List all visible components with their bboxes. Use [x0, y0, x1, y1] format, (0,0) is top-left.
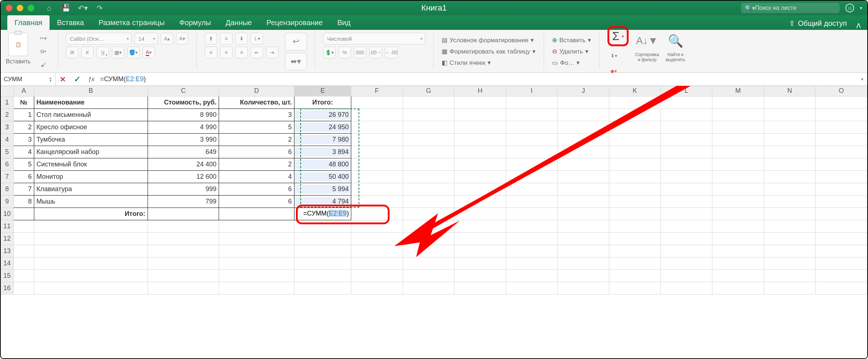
cell-D14[interactable] [219, 257, 294, 269]
cell-B12[interactable] [34, 232, 148, 245]
cell-C3[interactable]: 4 990 [148, 121, 219, 133]
redo-icon[interactable]: ↷ [95, 4, 103, 12]
cell-F13[interactable] [351, 245, 403, 257]
cell-N13[interactable] [764, 245, 816, 257]
name-box-stepper-icon[interactable]: ▲▼ [49, 76, 52, 82]
cell-H3[interactable] [454, 121, 506, 133]
cell-M6[interactable] [712, 158, 764, 170]
cell-K3[interactable] [609, 121, 661, 133]
cell-L7[interactable] [661, 170, 712, 183]
cell-O2[interactable] [816, 109, 867, 121]
cell-O10[interactable] [816, 208, 867, 220]
cell-M15[interactable] [712, 269, 764, 282]
cell-D7[interactable]: 4 [219, 170, 294, 183]
cell-L11[interactable] [661, 220, 712, 232]
cell-I12[interactable] [506, 232, 558, 245]
currency-icon[interactable]: 💲▾ [323, 47, 336, 58]
cell-K11[interactable] [609, 220, 661, 232]
cell-J6[interactable] [558, 158, 609, 170]
cell-N10[interactable] [764, 208, 816, 220]
cell-L6[interactable] [661, 158, 712, 170]
cell-H2[interactable] [454, 109, 506, 121]
cell-K8[interactable] [609, 183, 661, 195]
cell-J14[interactable] [558, 257, 609, 269]
cell-A6[interactable]: 5 [13, 158, 34, 170]
cell-I8[interactable] [506, 183, 558, 195]
cell-O3[interactable] [816, 121, 867, 133]
cell-B9[interactable]: Мышь [34, 195, 148, 208]
cell-A13[interactable] [13, 245, 34, 257]
cell-L15[interactable] [661, 269, 712, 282]
cell-O4[interactable] [816, 133, 867, 146]
cell-D2[interactable]: 3 [219, 109, 294, 121]
cell-N1[interactable] [764, 96, 816, 109]
cell-E11[interactable] [294, 220, 351, 232]
cell-L9[interactable] [661, 195, 712, 208]
cell-C9[interactable]: 799 [148, 195, 219, 208]
align-right-icon[interactable]: ≡ [235, 47, 248, 58]
cell-E13[interactable] [294, 245, 351, 257]
cell-K5[interactable] [609, 146, 661, 158]
cell-O6[interactable] [816, 158, 867, 170]
cell-L8[interactable] [661, 183, 712, 195]
cell-N12[interactable] [764, 232, 816, 245]
row-header-9[interactable]: 9 [1, 195, 13, 208]
align-top-icon[interactable]: ⬆ [205, 33, 217, 44]
minimize-window-button[interactable] [17, 5, 23, 11]
col-header-A[interactable]: A [13, 86, 34, 96]
cell-F2[interactable] [351, 109, 403, 121]
cell-J4[interactable] [558, 133, 609, 146]
cell-B5[interactable]: Канцелярский набор [34, 146, 148, 158]
merge-center-icon[interactable]: ⬌▾ [285, 53, 307, 71]
cell-H10[interactable] [454, 208, 506, 220]
cell-H6[interactable] [454, 158, 506, 170]
cell-J1[interactable] [558, 96, 609, 109]
cell-A8[interactable]: 7 [13, 183, 34, 195]
conditional-formatting-button[interactable]: ▤Условное форматирование ▾ [442, 36, 536, 44]
cell-O7[interactable] [816, 170, 867, 183]
comma-icon[interactable]: 000 [354, 47, 366, 58]
cell-editor[interactable]: =СУММ(E2:E9) [302, 209, 350, 218]
cell-K16[interactable] [609, 282, 661, 294]
cell-C4[interactable]: 3 990 [148, 133, 219, 146]
cell-F12[interactable] [351, 232, 403, 245]
search-input[interactable]: 🔍▾ Поиск на листе [741, 3, 840, 13]
cell-M10[interactable] [712, 208, 764, 220]
cell-M2[interactable] [712, 109, 764, 121]
cell-O1[interactable] [816, 96, 867, 109]
cell-M7[interactable] [712, 170, 764, 183]
cancel-formula-button[interactable]: ✕ [55, 73, 70, 86]
cell-O9[interactable] [816, 195, 867, 208]
cell-F6[interactable] [351, 158, 403, 170]
cell-E3[interactable]: 24 950 [294, 121, 351, 133]
increase-font-icon[interactable]: A▴ [161, 33, 173, 44]
cell-G2[interactable] [403, 109, 454, 121]
cell-F3[interactable] [351, 121, 403, 133]
cell-J12[interactable] [558, 232, 609, 245]
cell-G15[interactable] [403, 269, 454, 282]
cell-H9[interactable] [454, 195, 506, 208]
cell-styles-button[interactable]: ◧Стили ячеек ▾ [442, 59, 536, 67]
cell-D11[interactable] [219, 220, 294, 232]
cell-A1[interactable]: № [13, 96, 34, 109]
cell-F16[interactable] [351, 282, 403, 294]
font-name-combo[interactable]: Calibri (Осн… [66, 33, 132, 44]
cell-F14[interactable] [351, 257, 403, 269]
cell-J16[interactable] [558, 282, 609, 294]
cell-M8[interactable] [712, 183, 764, 195]
cell-I1[interactable] [506, 96, 558, 109]
cell-G11[interactable] [403, 220, 454, 232]
fx-icon[interactable]: ƒx [88, 73, 94, 86]
decrease-decimal-icon[interactable]: ←.00 [385, 47, 398, 58]
cell-I13[interactable] [506, 245, 558, 257]
cell-E9[interactable]: 4 794 [294, 195, 351, 208]
cell-A16[interactable] [13, 282, 34, 294]
cell-C14[interactable] [148, 257, 219, 269]
cell-B14[interactable] [34, 257, 148, 269]
cell-K2[interactable] [609, 109, 661, 121]
cell-O11[interactable] [816, 220, 867, 232]
cell-D16[interactable] [219, 282, 294, 294]
row-header-1[interactable]: 1 [1, 96, 13, 109]
cell-H15[interactable] [454, 269, 506, 282]
cell-K9[interactable] [609, 195, 661, 208]
